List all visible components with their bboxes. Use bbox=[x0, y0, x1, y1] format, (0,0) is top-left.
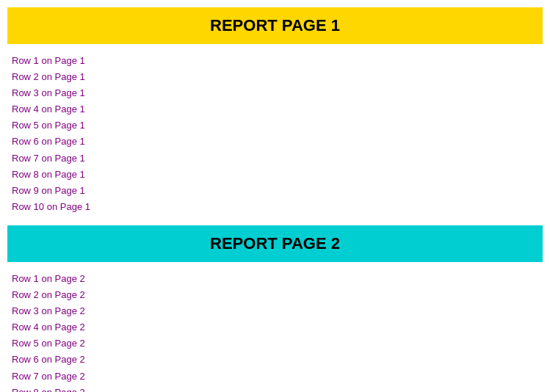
report-page1-row-7: Row 7 on Page 1 bbox=[12, 150, 538, 167]
report-page1-row-10: Row 10 on Page 1 bbox=[12, 199, 538, 215]
report-section-page1: REPORT PAGE 1 Row 1 on Page 1Row 2 on Pa… bbox=[7, 7, 543, 218]
report-page2-row-2: Row 2 on Page 2 bbox=[12, 287, 538, 303]
report-page1-row-8: Row 8 on Page 1 bbox=[12, 167, 538, 183]
report-page2-header: REPORT PAGE 2 bbox=[7, 225, 543, 262]
report-page1-rows: Row 1 on Page 1Row 2 on Page 1Row 3 on P… bbox=[7, 50, 543, 218]
report-page2-rows: Row 1 on Page 2Row 2 on Page 2Row 3 on P… bbox=[7, 268, 543, 392]
report-page2-row-4: Row 4 on Page 2 bbox=[12, 319, 538, 335]
report-page1-header: REPORT PAGE 1 bbox=[7, 7, 543, 44]
report-page1-row-5: Row 5 on Page 1 bbox=[12, 117, 538, 134]
report-page1-row-9: Row 9 on Page 1 bbox=[12, 183, 538, 199]
report-page2-row-3: Row 3 on Page 2 bbox=[12, 303, 538, 319]
report-page1-row-3: Row 3 on Page 1 bbox=[12, 85, 538, 101]
report-page1-row-6: Row 6 on Page 1 bbox=[12, 134, 538, 150]
report-page1-row-2: Row 2 on Page 1 bbox=[12, 69, 538, 85]
report-page1-row-4: Row 4 on Page 1 bbox=[12, 101, 538, 117]
report-page2-row-8: Row 8 on Page 2 bbox=[12, 385, 538, 392]
report-section-page2: REPORT PAGE 2 Row 1 on Page 2Row 2 on Pa… bbox=[7, 225, 543, 392]
report-page1-row-1: Row 1 on Page 1 bbox=[12, 53, 538, 69]
report-page2-row-6: Row 6 on Page 2 bbox=[12, 352, 538, 368]
report-page2-row-7: Row 7 on Page 2 bbox=[12, 369, 538, 385]
page-container: REPORT PAGE 1 Row 1 on Page 1Row 2 on Pa… bbox=[0, 0, 550, 392]
report-page2-row-1: Row 1 on Page 2 bbox=[12, 271, 538, 287]
report-page2-row-5: Row 5 on Page 2 bbox=[12, 335, 538, 352]
